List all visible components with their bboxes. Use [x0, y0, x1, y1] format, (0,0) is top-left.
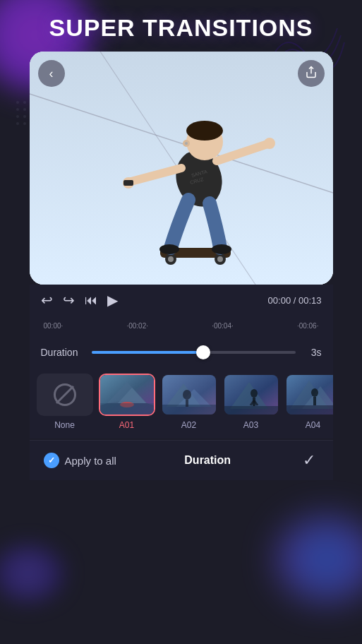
apply-all-checkbox[interactable]: ✓	[44, 453, 59, 468]
transition-a02-thumb	[161, 374, 217, 416]
svg-point-33	[159, 244, 179, 254]
svg-point-38	[185, 142, 188, 145]
timeline-label-2: ·00:04·	[212, 322, 234, 330]
duration-bottom-label: Duration	[184, 454, 231, 467]
timeline-track[interactable]: 00:00· ·00:02· ·00:04· ·00:06·	[41, 317, 322, 334]
transition-a04[interactable]: A04	[285, 374, 333, 430]
confirm-button[interactable]: ✓	[299, 451, 319, 470]
controls-bar: ↩ ↪ ⏮ ▶ 00:00 / 00:13	[30, 285, 333, 314]
video-frame: SANTA CRUZ	[30, 52, 333, 285]
share-icon	[305, 66, 318, 81]
main-content: SUPER TRANSITIONS ‹	[0, 0, 362, 644]
video-container: ‹	[30, 52, 333, 285]
transition-a03-label: A03	[243, 420, 258, 430]
svg-point-28	[168, 256, 174, 262]
chevron-left-icon: ‹	[49, 66, 54, 81]
svg-rect-43	[123, 180, 133, 186]
skip-back-button[interactable]: ⏮	[85, 293, 97, 308]
timeline-label-1: ·00:02·	[126, 322, 148, 330]
transition-none-thumb	[37, 374, 93, 416]
timeline-labels: 00:00· ·00:02· ·00:04· ·00:06·	[41, 322, 322, 330]
transition-a02-label: A02	[181, 420, 196, 430]
svg-rect-53	[162, 405, 216, 415]
timeline-bar: 00:00· ·00:02· ·00:04· ·00:06·	[30, 314, 333, 340]
undo-button[interactable]: ↩	[41, 292, 53, 309]
transition-a03[interactable]: A03	[223, 374, 279, 430]
transitions-strip: None	[30, 366, 333, 439]
transition-none-label: None	[54, 420, 75, 430]
duration-value: 3s	[304, 347, 322, 358]
transition-a01[interactable]: A01	[99, 374, 155, 430]
svg-rect-58	[224, 406, 278, 415]
redo-button[interactable]: ↪	[63, 292, 75, 309]
transition-none[interactable]: None	[37, 374, 93, 430]
duration-row: Duration 3s	[30, 340, 333, 366]
svg-point-42	[264, 138, 275, 149]
check-icon: ✓	[48, 455, 55, 465]
svg-point-59	[251, 389, 258, 398]
transition-a03-thumb	[223, 374, 279, 416]
svg-point-67	[311, 388, 318, 397]
apply-all-label: Apply to all	[65, 455, 116, 467]
none-icon	[54, 383, 76, 406]
slider-track	[92, 351, 296, 354]
transition-a01-thumb	[99, 374, 155, 416]
transition-a01-label: A01	[119, 420, 134, 430]
svg-rect-49	[100, 403, 154, 415]
slider-fill	[92, 351, 204, 354]
time-display: 00:00 / 00:13	[268, 295, 322, 306]
transition-a04-thumb	[285, 374, 333, 416]
svg-point-29	[217, 256, 223, 262]
svg-point-36	[186, 121, 223, 141]
slider-thumb[interactable]	[196, 345, 210, 359]
duration-slider[interactable]	[92, 345, 296, 359]
back-button[interactable]: ‹	[38, 60, 65, 87]
play-button[interactable]: ▶	[107, 292, 118, 309]
share-button[interactable]	[298, 60, 325, 87]
svg-point-34	[212, 244, 231, 254]
timeline-label-3: ·00:06·	[297, 322, 319, 330]
svg-rect-66	[286, 405, 333, 415]
timeline-label-0: 00:00·	[44, 322, 64, 330]
transition-a02[interactable]: A02	[161, 374, 217, 430]
duration-label: Duration	[41, 347, 83, 358]
bottom-bar: ✓ Apply to all Duration ✓	[30, 440, 333, 480]
apply-all-section: ✓ Apply to all	[44, 453, 116, 468]
confirm-check-icon: ✓	[303, 451, 315, 470]
transition-a04-label: A04	[306, 420, 320, 430]
page-title: SUPER TRANSITIONS	[0, 0, 362, 52]
svg-point-54	[183, 390, 191, 400]
controls-left: ↩ ↪ ⏮ ▶	[41, 292, 118, 309]
